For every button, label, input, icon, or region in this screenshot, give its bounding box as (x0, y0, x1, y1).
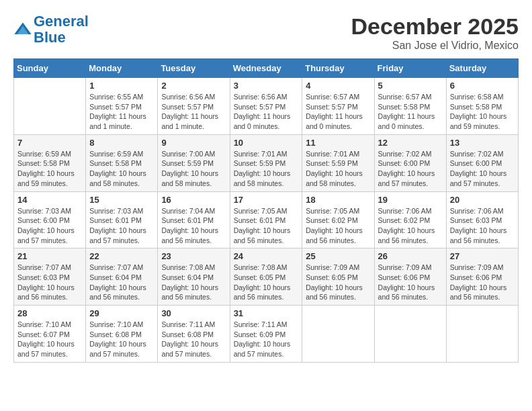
day-info: Sunrise: 7:11 AM Sunset: 6:09 PM Dayligh… (234, 320, 299, 359)
logo-blue: Blue (34, 29, 66, 46)
day-info: Sunrise: 7:05 AM Sunset: 6:02 PM Dayligh… (306, 206, 370, 246)
day-info: Sunrise: 7:09 AM Sunset: 6:06 PM Dayligh… (378, 263, 443, 302)
day-info: Sunrise: 7:09 AM Sunset: 6:05 PM Dayligh… (306, 263, 370, 302)
logo-text: General Blue (34, 13, 89, 46)
day-cell: 1Sunrise: 6:55 AM Sunset: 5:57 PM Daylig… (86, 78, 158, 135)
day-number: 29 (89, 308, 154, 318)
day-cell: 19Sunrise: 7:06 AM Sunset: 6:02 PM Dayli… (374, 191, 446, 248)
weekday-header-saturday: Saturday (446, 59, 518, 78)
day-number: 30 (161, 308, 226, 318)
day-cell: 29Sunrise: 7:10 AM Sunset: 6:08 PM Dayli… (86, 306, 158, 363)
day-info: Sunrise: 7:09 AM Sunset: 6:06 PM Dayligh… (450, 263, 515, 302)
day-info: Sunrise: 6:57 AM Sunset: 5:57 PM Dayligh… (306, 92, 370, 132)
day-number: 12 (378, 138, 443, 148)
weekday-header-friday: Friday (374, 59, 446, 78)
day-cell: 7Sunrise: 6:59 AM Sunset: 5:58 PM Daylig… (14, 134, 86, 191)
weekday-header-row: SundayMondayTuesdayWednesdayThursdayFrid… (14, 59, 519, 78)
logo: General Blue (13, 13, 89, 46)
day-number: 18 (306, 195, 370, 205)
day-info: Sunrise: 7:11 AM Sunset: 6:08 PM Dayligh… (161, 320, 226, 359)
day-number: 22 (89, 251, 154, 261)
day-cell: 21Sunrise: 7:07 AM Sunset: 6:03 PM Dayli… (14, 248, 86, 306)
day-cell: 12Sunrise: 7:02 AM Sunset: 6:00 PM Dayli… (374, 134, 446, 191)
day-cell: 15Sunrise: 7:03 AM Sunset: 6:01 PM Dayli… (86, 191, 158, 248)
weekday-header-wednesday: Wednesday (230, 59, 302, 78)
day-info: Sunrise: 7:01 AM Sunset: 5:59 PM Dayligh… (306, 149, 370, 189)
day-cell: 17Sunrise: 7:05 AM Sunset: 6:01 PM Dayli… (230, 191, 302, 248)
day-info: Sunrise: 7:10 AM Sunset: 6:08 PM Dayligh… (89, 320, 154, 359)
day-number: 26 (378, 251, 443, 261)
day-number: 16 (161, 195, 226, 205)
weekday-header-tuesday: Tuesday (158, 59, 230, 78)
day-cell: 14Sunrise: 7:03 AM Sunset: 6:00 PM Dayli… (14, 191, 86, 248)
day-cell: 8Sunrise: 6:59 AM Sunset: 5:58 PM Daylig… (86, 134, 158, 191)
day-info: Sunrise: 7:06 AM Sunset: 6:03 PM Dayligh… (450, 206, 515, 246)
week-row-3: 14Sunrise: 7:03 AM Sunset: 6:00 PM Dayli… (14, 191, 519, 248)
day-cell (446, 306, 518, 363)
day-cell: 6Sunrise: 6:58 AM Sunset: 5:58 PM Daylig… (446, 78, 518, 135)
day-info: Sunrise: 6:55 AM Sunset: 5:57 PM Dayligh… (89, 92, 154, 132)
day-cell: 27Sunrise: 7:09 AM Sunset: 6:06 PM Dayli… (446, 248, 518, 306)
location: San Jose el Vidrio, Mexico (351, 40, 519, 52)
day-cell: 30Sunrise: 7:11 AM Sunset: 6:08 PM Dayli… (158, 306, 230, 363)
day-number: 6 (450, 81, 515, 91)
day-cell: 25Sunrise: 7:09 AM Sunset: 6:05 PM Dayli… (302, 248, 374, 306)
day-cell: 5Sunrise: 6:57 AM Sunset: 5:58 PM Daylig… (374, 78, 446, 135)
day-info: Sunrise: 7:00 AM Sunset: 5:59 PM Dayligh… (161, 149, 226, 189)
month-title: December 2025 (351, 13, 519, 40)
day-cell: 23Sunrise: 7:08 AM Sunset: 6:04 PM Dayli… (158, 248, 230, 306)
day-info: Sunrise: 7:04 AM Sunset: 6:01 PM Dayligh… (161, 206, 226, 246)
day-number: 19 (378, 195, 443, 205)
day-info: Sunrise: 7:01 AM Sunset: 5:59 PM Dayligh… (234, 149, 299, 189)
day-number: 27 (450, 251, 515, 261)
day-number: 24 (234, 251, 299, 261)
day-info: Sunrise: 6:58 AM Sunset: 5:58 PM Dayligh… (450, 92, 515, 132)
day-number: 10 (234, 138, 299, 148)
day-number: 8 (89, 138, 154, 148)
day-number: 4 (306, 81, 370, 91)
day-number: 20 (450, 195, 515, 205)
logo-icon (13, 20, 32, 39)
week-row-4: 21Sunrise: 7:07 AM Sunset: 6:03 PM Dayli… (14, 248, 519, 306)
week-row-1: 1Sunrise: 6:55 AM Sunset: 5:57 PM Daylig… (14, 78, 519, 135)
day-number: 28 (17, 308, 82, 318)
day-info: Sunrise: 7:03 AM Sunset: 6:01 PM Dayligh… (89, 206, 154, 246)
day-cell: 22Sunrise: 7:07 AM Sunset: 6:04 PM Dayli… (86, 248, 158, 306)
day-info: Sunrise: 7:03 AM Sunset: 6:00 PM Dayligh… (17, 206, 82, 246)
day-cell: 4Sunrise: 6:57 AM Sunset: 5:57 PM Daylig… (302, 78, 374, 135)
week-row-5: 28Sunrise: 7:10 AM Sunset: 6:07 PM Dayli… (14, 306, 519, 363)
day-cell: 13Sunrise: 7:02 AM Sunset: 6:00 PM Dayli… (446, 134, 518, 191)
day-info: Sunrise: 6:56 AM Sunset: 5:57 PM Dayligh… (161, 92, 226, 132)
day-cell (374, 306, 446, 363)
day-cell: 9Sunrise: 7:00 AM Sunset: 5:59 PM Daylig… (158, 134, 230, 191)
day-cell: 20Sunrise: 7:06 AM Sunset: 6:03 PM Dayli… (446, 191, 518, 248)
day-number: 23 (161, 251, 226, 261)
day-number: 5 (378, 81, 443, 91)
day-info: Sunrise: 7:10 AM Sunset: 6:07 PM Dayligh… (17, 320, 82, 359)
day-number: 15 (89, 195, 154, 205)
day-cell: 24Sunrise: 7:08 AM Sunset: 6:05 PM Dayli… (230, 248, 302, 306)
day-cell: 16Sunrise: 7:04 AM Sunset: 6:01 PM Dayli… (158, 191, 230, 248)
day-cell: 10Sunrise: 7:01 AM Sunset: 5:59 PM Dayli… (230, 134, 302, 191)
day-info: Sunrise: 6:59 AM Sunset: 5:58 PM Dayligh… (89, 149, 154, 189)
day-number: 17 (234, 195, 299, 205)
day-number: 2 (161, 81, 226, 91)
day-info: Sunrise: 6:59 AM Sunset: 5:58 PM Dayligh… (17, 149, 82, 189)
day-cell: 18Sunrise: 7:05 AM Sunset: 6:02 PM Dayli… (302, 191, 374, 248)
day-info: Sunrise: 7:07 AM Sunset: 6:03 PM Dayligh… (17, 263, 82, 302)
day-info: Sunrise: 7:05 AM Sunset: 6:01 PM Dayligh… (234, 206, 299, 246)
day-cell: 11Sunrise: 7:01 AM Sunset: 5:59 PM Dayli… (302, 134, 374, 191)
day-info: Sunrise: 7:08 AM Sunset: 6:05 PM Dayligh… (234, 263, 299, 302)
day-number: 7 (17, 138, 82, 148)
day-number: 21 (17, 251, 82, 261)
day-cell: 28Sunrise: 7:10 AM Sunset: 6:07 PM Dayli… (14, 306, 86, 363)
day-info: Sunrise: 7:02 AM Sunset: 6:00 PM Dayligh… (450, 149, 515, 189)
day-number: 31 (234, 308, 299, 318)
day-number: 1 (89, 81, 154, 91)
calendar-table: SundayMondayTuesdayWednesdayThursdayFrid… (13, 58, 519, 363)
day-cell: 3Sunrise: 6:56 AM Sunset: 5:57 PM Daylig… (230, 78, 302, 135)
weekday-header-thursday: Thursday (302, 59, 374, 78)
weekday-header-monday: Monday (86, 59, 158, 78)
day-cell: 26Sunrise: 7:09 AM Sunset: 6:06 PM Dayli… (374, 248, 446, 306)
day-info: Sunrise: 7:08 AM Sunset: 6:04 PM Dayligh… (161, 263, 226, 302)
